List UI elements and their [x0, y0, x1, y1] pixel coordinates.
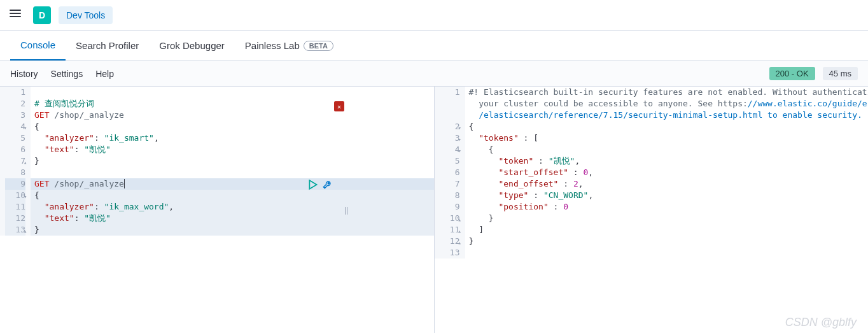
editor-area: 12345678910111213# 查阅凯悦分词GET /shop/_anal… — [0, 87, 868, 333]
toolbar: HistorySettingsHelp 200 - OK 45 ms — [0, 61, 868, 87]
app-icon[interactable]: D — [33, 6, 51, 24]
play-icon[interactable] — [307, 179, 319, 190]
tab-grok_debugger[interactable]: Grok Debugger — [149, 31, 235, 60]
history-link[interactable]: History — [10, 69, 38, 79]
svg-marker-0 — [309, 180, 316, 189]
tab-painless_lab[interactable]: Painless LabBETA — [235, 31, 344, 60]
help-link[interactable]: Help — [95, 69, 114, 79]
request-editor[interactable]: 12345678910111213# 查阅凯悦分词GET /shop/_anal… — [0, 87, 435, 333]
wrench-icon[interactable] — [321, 179, 333, 190]
response-time: 45 ms — [823, 67, 858, 80]
tab-console[interactable]: Console — [10, 31, 66, 60]
beta-badge: BETA — [304, 41, 333, 51]
breadcrumb[interactable]: Dev Tools — [59, 6, 113, 24]
menu-icon[interactable] — [8, 8, 23, 23]
error-marker-icon[interactable] — [334, 101, 344, 111]
settings-link[interactable]: Settings — [51, 69, 83, 79]
status-badge: 200 - OK — [769, 67, 815, 80]
app-header: D Dev Tools — [0, 0, 868, 31]
response-viewer[interactable]: 12345678910111213#! Elasticsearch built-… — [435, 87, 869, 333]
tabs: ConsoleSearch ProfilerGrok DebuggerPainl… — [0, 31, 868, 61]
tab-search_profiler[interactable]: Search Profiler — [66, 31, 149, 60]
